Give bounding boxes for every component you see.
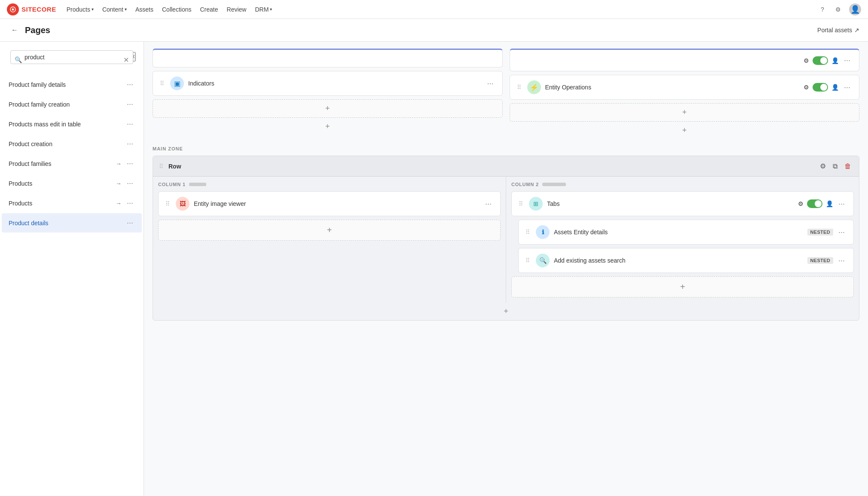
- tabs-toggle[interactable]: [807, 199, 822, 208]
- sidebar-item-menu-button[interactable]: ···: [125, 79, 135, 90]
- user-avatar[interactable]: 👤: [849, 3, 861, 15]
- back-button[interactable]: ←: [9, 24, 21, 36]
- upper-right-column: ⚙ 👤 ··· ⠿ ⚡ Entity Operations ⚙: [510, 49, 860, 139]
- arrow-right-icon: →: [116, 180, 122, 187]
- external-link-icon: ↗: [854, 27, 859, 34]
- entity-image-viewer-card: ⠿ 🖼 Entity image viewer ···: [158, 191, 501, 216]
- entity-operations-card: ⠿ ⚡ Entity Operations ⚙ 👤 ···: [510, 75, 860, 100]
- assets-entity-details-menu-button[interactable]: ···: [837, 227, 847, 238]
- assets-entity-details-icon: ℹ: [536, 225, 550, 239]
- nav-items: Products ▾ Content ▾ Assets Collections …: [67, 6, 808, 13]
- nested-badge: NESTED: [807, 257, 833, 264]
- entity-operations-toggle[interactable]: [813, 83, 828, 92]
- drag-handle-icon[interactable]: ⠿: [526, 257, 530, 264]
- top-navigation: SITECORE Products ▾ Content ▾ Assets Col…: [0, 0, 868, 19]
- drag-handle-icon[interactable]: ⠿: [526, 229, 530, 236]
- sidebar-item-product-families[interactable]: Product families → ···: [2, 154, 142, 173]
- entity-operations-menu-button[interactable]: ···: [842, 82, 852, 93]
- nav-content[interactable]: Content ▾: [102, 6, 127, 13]
- sidebar-item-products-1[interactable]: Products → ···: [2, 174, 142, 193]
- sidebar-item-menu-button[interactable]: ···: [125, 119, 135, 129]
- entity-image-viewer-icon: 🖼: [176, 197, 189, 211]
- nested-badge: NESTED: [807, 229, 833, 236]
- sidebar-item-menu-button[interactable]: ···: [125, 99, 135, 110]
- sidebar: × 🔍 ✕ Product family details ··· Product…: [0, 42, 144, 496]
- add-row-below-right-button[interactable]: +: [510, 122, 860, 139]
- add-component-left-button[interactable]: +: [153, 99, 503, 118]
- row-drag-handle-icon[interactable]: ⠿: [159, 163, 163, 170]
- arrow-right-icon: →: [116, 200, 122, 207]
- nav-create[interactable]: Create: [200, 6, 218, 13]
- column-2-header: COLUMN 2: [511, 182, 854, 187]
- add-existing-assets-search-icon: 🔍: [536, 254, 550, 267]
- chevron-down-icon: ▾: [270, 7, 272, 12]
- nav-products[interactable]: Products ▾: [67, 6, 94, 13]
- drag-handle-icon[interactable]: ⠿: [160, 80, 164, 87]
- row-delete-button[interactable]: 🗑: [843, 161, 853, 172]
- indicators-menu-button[interactable]: ···: [485, 78, 495, 89]
- row-copy-button[interactable]: ⧉: [831, 161, 839, 172]
- assets-entity-details-card: ⠿ ℹ Assets Entity details NESTED ···: [518, 220, 854, 245]
- main-zone-label: MAIN ZONE: [153, 146, 859, 151]
- logo-icon: [7, 3, 19, 15]
- nav-drm[interactable]: DRM ▾: [255, 6, 272, 13]
- column-2-size-indicator: [542, 183, 566, 186]
- entity-image-viewer-menu-button[interactable]: ···: [483, 199, 493, 209]
- search-input[interactable]: [10, 50, 133, 64]
- help-icon[interactable]: ?: [818, 5, 827, 14]
- chevron-down-icon: ▾: [92, 7, 94, 12]
- drag-handle-icon[interactable]: ⠿: [517, 84, 521, 91]
- add-component-col1-button[interactable]: +: [158, 220, 501, 241]
- entity-operations-icon: ⚡: [527, 80, 541, 94]
- settings-icon[interactable]: ⚙: [834, 5, 842, 14]
- sidebar-item-product-family-creation[interactable]: Product family creation ···: [2, 95, 142, 114]
- logo[interactable]: SITECORE: [7, 3, 56, 15]
- row-header: ⠿ Row ⚙ ⧉ 🗑: [153, 156, 859, 177]
- tabs-icon: ⊞: [529, 197, 543, 211]
- column-1: COLUMN 1 ⠿ 🖼 Entity image viewer ···: [153, 177, 506, 303]
- placeholder-person-icon: 👤: [831, 57, 839, 64]
- nav-review[interactable]: Review: [227, 6, 247, 13]
- add-component-right-button[interactable]: +: [510, 103, 860, 122]
- add-row-below-left-button[interactable]: +: [153, 118, 503, 135]
- arrow-right-icon: →: [116, 160, 122, 167]
- sidebar-item-products-2[interactable]: Products → ···: [2, 193, 142, 213]
- entity-operations-settings-icon: ⚙: [804, 84, 809, 91]
- tabs-menu-button[interactable]: ···: [837, 199, 847, 209]
- sidebar-item-menu-button[interactable]: ···: [125, 217, 135, 228]
- subheader-left: ← Pages: [9, 24, 50, 36]
- add-component-col2-button[interactable]: +: [511, 276, 854, 297]
- row-settings-button[interactable]: ⚙: [818, 160, 828, 172]
- search-icon: 🔍: [15, 56, 22, 63]
- page-title: Pages: [25, 25, 50, 35]
- portal-assets-link[interactable]: Portal assets ↗: [817, 27, 859, 34]
- add-existing-assets-search-card: ⠿ 🔍 Add existing assets search NESTED ··…: [518, 248, 854, 273]
- chevron-down-icon: ▾: [125, 7, 127, 12]
- search-clear-button[interactable]: ✕: [123, 56, 129, 64]
- sidebar-item-menu-button[interactable]: ···: [125, 158, 135, 169]
- add-row-button[interactable]: +: [153, 303, 859, 320]
- sidebar-item-product-family-details[interactable]: Product family details ···: [2, 75, 142, 94]
- sidebar-item-menu-button[interactable]: ···: [125, 198, 135, 208]
- nav-assets[interactable]: Assets: [135, 6, 153, 13]
- nav-collections[interactable]: Collections: [162, 6, 191, 13]
- upper-right-placeholder-card: ⚙ 👤 ···: [510, 49, 860, 71]
- sidebar-item-product-details[interactable]: Product details ···: [2, 213, 142, 233]
- sidebar-item-menu-button[interactable]: ···: [125, 138, 135, 149]
- drag-handle-icon[interactable]: ⠿: [165, 200, 170, 207]
- add-existing-assets-search-menu-button[interactable]: ···: [837, 255, 847, 266]
- sidebar-search-container: 🔍 ✕: [5, 50, 138, 69]
- column-2: COLUMN 2 ⠿ ⊞ Tabs ⚙ 👤: [506, 177, 859, 303]
- sidebar-item-products-mass-edit[interactable]: Products mass edit in table ···: [2, 114, 142, 134]
- placeholder-settings-icon: ⚙: [804, 57, 809, 64]
- logo-text: SITECORE: [21, 6, 56, 13]
- indicators-icon: ▣: [170, 77, 184, 90]
- sidebar-item-product-creation[interactable]: Product creation ···: [2, 134, 142, 153]
- subheader: ← Pages Portal assets ↗: [0, 19, 868, 42]
- svg-point-1: [12, 8, 14, 10]
- placeholder-toggle[interactable]: [813, 56, 828, 65]
- sidebar-item-menu-button[interactable]: ···: [125, 178, 135, 189]
- column-1-size-indicator: [189, 183, 206, 186]
- placeholder-menu-button[interactable]: ···: [842, 55, 852, 66]
- drag-handle-icon[interactable]: ⠿: [519, 200, 523, 207]
